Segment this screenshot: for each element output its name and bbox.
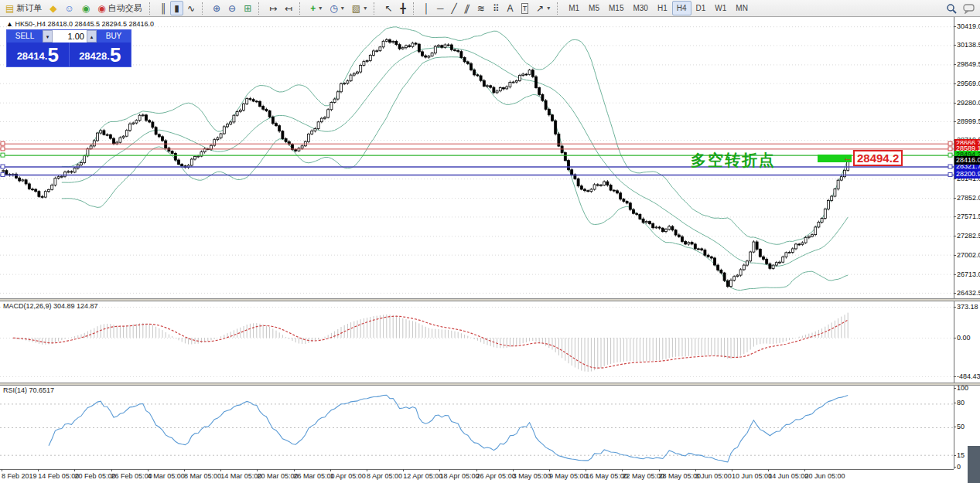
timeframe-w1-button[interactable]: W1 <box>710 1 731 15</box>
price-tag-label[interactable]: 28494.2 <box>853 150 903 166</box>
grid-tool-button[interactable]: ⠿ <box>489 1 504 15</box>
spin-down-icon: ▾ <box>46 34 50 39</box>
price-tick-label: 27571.5 <box>957 213 980 220</box>
autotrade-button[interactable]: ◉ 自动交易 <box>94 1 145 15</box>
indicators-button[interactable]: +▾ <box>306 1 326 15</box>
chart-symbol-ohlc-label: ▲ HK50-,H4 28418.0 28445.5 28294.5 28416… <box>6 20 154 28</box>
timeframe-m15-button[interactable]: M15 <box>604 1 628 15</box>
time-tick-label: 26 Mar 05:00 <box>294 472 335 480</box>
horizontal-line-icon: ─ <box>437 4 444 13</box>
vertical-line-tool-button[interactable]: │ <box>420 1 434 15</box>
volume-decrement-button[interactable]: ▾ <box>43 30 53 43</box>
time-axis[interactable]: 8 Feb 201914 Feb 05:0020 Feb 05:0026 Feb… <box>0 469 954 483</box>
search-button[interactable] <box>946 3 957 14</box>
price-axis[interactable]: 30419.030138.529849.529569.029280.028999… <box>954 17 980 469</box>
horizontal-line-tool-button[interactable]: ─ <box>433 1 448 15</box>
timeframe-m1-button[interactable]: M1 <box>564 1 584 15</box>
timeframe-m30-button[interactable]: M30 <box>628 1 652 15</box>
spin-up-icon: ▴ <box>90 34 94 39</box>
auto-scroll-button[interactable]: ↦ <box>265 1 281 15</box>
grid-icon: ⠿ <box>493 4 500 13</box>
crosshair-icon: ╋ <box>400 4 405 13</box>
tile-windows-icon: ⊞ <box>244 4 251 13</box>
chat-icon <box>963 4 975 14</box>
timeframe-d1-button[interactable]: D1 <box>691 1 711 15</box>
zoom-out-button[interactable]: ⊖ <box>224 1 240 15</box>
new-order-button[interactable]: ▤ 新订单 <box>2 1 46 15</box>
trading-terminal-window: ▤ 新订单 ◆ ☺ ◉ ◉ 自动交易 ║ ▮ ∿ ⊕ ⊖ ⊞ ↦ ↤ +▾ ◷▾… <box>0 0 980 483</box>
toolbar-separator <box>258 2 263 15</box>
crosshair-button[interactable]: ╋ <box>396 1 409 15</box>
price-tick-label: 29569.0 <box>957 80 980 87</box>
price-tick-label: 27852.0 <box>957 194 980 202</box>
zoom-in-icon: ⊕ <box>213 4 220 13</box>
buy-price[interactable]: 28428.5 <box>70 43 131 66</box>
profiles-button[interactable]: ☺ <box>61 1 78 15</box>
sell-button[interactable]: SELL <box>7 30 43 43</box>
text-tool-button[interactable]: A <box>504 1 517 15</box>
time-tick-label: 4 Mar 05:00 <box>148 472 185 480</box>
timeframe-m5-button[interactable]: M5 <box>584 1 604 15</box>
price-tick-label: 30138.5 <box>957 41 980 49</box>
time-tick-label: 8 Feb 2019 <box>2 472 37 480</box>
channel-tool-button[interactable]: ∥ <box>461 1 473 15</box>
chat-button[interactable] <box>963 4 975 14</box>
bar-chart-button[interactable]: ║ <box>156 1 171 15</box>
chart-diamond-icon: ◆ <box>50 4 56 13</box>
text-icon: A <box>507 4 514 13</box>
macd-chart[interactable] <box>0 301 954 383</box>
scrollbar-corner[interactable] <box>968 446 980 483</box>
templates-button[interactable]: ▧▾ <box>348 1 370 15</box>
arrows-tool-button[interactable]: ↗▾ <box>532 1 554 15</box>
arrow-objects-icon: ↗ <box>536 4 544 13</box>
candlestick-chart[interactable] <box>0 17 954 298</box>
pane-divider[interactable] <box>0 383 980 386</box>
toolbar-separator <box>413 2 418 15</box>
current-price-label: 28416.0 <box>954 156 980 165</box>
label-icon: T <box>521 3 529 14</box>
time-tick-label: 10 Jun 05:00 <box>732 472 772 480</box>
cursor-button[interactable]: ↖ <box>381 1 396 15</box>
zoom-in-button[interactable]: ⊕ <box>209 1 224 15</box>
volume-input[interactable] <box>53 30 87 43</box>
rsi-chart[interactable] <box>0 385 954 469</box>
line-chart-icon: ∿ <box>187 4 195 13</box>
trendline-tool-button[interactable]: ╱ <box>448 1 461 15</box>
time-tick-label: 9 May 05:00 <box>549 472 588 480</box>
time-tick-label: 1 Apr 05:00 <box>330 472 366 480</box>
periods-button[interactable]: ◷▾ <box>326 1 348 15</box>
trendline-icon: ╱ <box>452 4 457 13</box>
time-tick-label: 14 Jun 05:00 <box>768 472 808 480</box>
cursor-icon: ↖ <box>384 4 392 13</box>
candlestick-chart-button[interactable]: ▮ <box>170 1 183 15</box>
pane-divider[interactable] <box>0 298 980 301</box>
timeframe-h4-button[interactable]: H4 <box>672 1 691 15</box>
tile-windows-button[interactable]: ⊞ <box>240 1 255 15</box>
time-tick-label: 8 Mar 05:00 <box>184 472 221 480</box>
main-toolbar: ▤ 新订单 ◆ ☺ ◉ ◉ 自动交易 ║ ▮ ∿ ⊕ ⊖ ⊞ ↦ ↤ +▾ ◷▾… <box>0 0 980 17</box>
volume-increment-button[interactable]: ▴ <box>87 30 97 43</box>
sell-price[interactable]: 28414.5 <box>7 43 70 66</box>
time-tick-label: 26 Feb 05:00 <box>111 472 152 480</box>
fibonacci-tool-button[interactable]: ≋ <box>473 1 489 15</box>
macd-tick-label: -484.43 <box>957 372 980 380</box>
turning-point-annotation[interactable]: 多空转折点 <box>691 150 776 171</box>
toolbar-separator <box>374 2 378 15</box>
timeframe-mn-button[interactable]: MN <box>731 1 753 15</box>
price-tick-label: 27282.5 <box>957 232 980 240</box>
time-tick-label: 14 Mar 05:00 <box>220 472 261 480</box>
label-tool-button[interactable]: T <box>517 1 533 15</box>
buy-button[interactable]: BUY <box>97 30 131 43</box>
price-tick-label: 28999.5 <box>957 117 980 125</box>
price-level-label: 28200.9 <box>954 170 980 179</box>
rsi-tick-label: 50 <box>957 423 965 430</box>
time-tick-label: 8 Apr 05:00 <box>367 472 402 480</box>
signals-button[interactable]: ◉ <box>78 1 94 15</box>
new-chart-button[interactable]: ◆ <box>46 1 60 15</box>
line-chart-button[interactable]: ∿ <box>183 1 199 15</box>
timeframe-h1-button[interactable]: H1 <box>653 1 672 15</box>
price-tag-arrow-icon: ← <box>843 152 852 163</box>
time-tick-label: 3 May 05:00 <box>513 472 551 480</box>
chevron-down-icon: ▾ <box>364 5 367 12</box>
chart-shift-button[interactable]: ↤ <box>281 1 296 15</box>
